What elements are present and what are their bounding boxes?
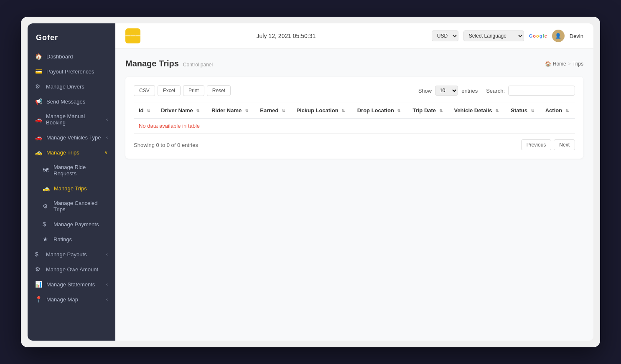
col-trip-date[interactable]: Trip Date ⇅ — [407, 103, 449, 119]
payments-icon: $ — [43, 221, 49, 228]
sidebar-item-manage-trips[interactable]: 🚕 Manage Trips ∨ — [28, 145, 115, 160]
sidebar-item-payout-preferences[interactable]: 💳 Payout Preferences — [28, 64, 115, 79]
sidebar-item-send-messages[interactable]: 📢 Send Messages — [28, 94, 115, 109]
search-input[interactable] — [508, 86, 575, 96]
no-data-cell: No data available in table — [134, 118, 575, 134]
statements-icon: 📊 — [35, 281, 42, 288]
sidebar-item-label: Payout Preferences — [46, 68, 94, 75]
search-label: Search: — [486, 88, 505, 94]
reset-button[interactable]: Reset — [207, 85, 231, 96]
sort-icon: ⇅ — [531, 109, 534, 113]
next-button[interactable]: Next — [554, 139, 575, 150]
payouts-icon: $ — [35, 251, 42, 258]
sidebar-item-label: Manage Trips — [54, 185, 87, 192]
export-buttons: CSV Excel Print Reset — [134, 85, 231, 96]
booking-icon: 🚗 — [35, 116, 42, 123]
sort-icon: ⇅ — [495, 109, 499, 113]
sidebar-item-label: Manage Canceled Trips — [53, 200, 108, 212]
sort-icon: ⇅ — [439, 109, 443, 113]
col-driver-name[interactable]: Driver Name ⇅ — [156, 103, 206, 119]
canceled-trips-icon: ⚙ — [43, 203, 49, 210]
search-wrap: Search: — [486, 86, 575, 96]
pagination: Previous Next — [521, 139, 575, 150]
col-action[interactable]: Action ⇅ — [540, 103, 575, 119]
owe-amount-icon: ⚙ — [35, 266, 42, 273]
sidebar-item-manage-vehicles-type[interactable]: 🚗 Manage Vehicles Type ‹ — [28, 130, 115, 145]
page-title-wrap: Manage Trips Control panel — [125, 59, 213, 68]
sidebar-item-manage-owe-amount[interactable]: ⚙ Manage Owe Amount — [28, 262, 115, 277]
sidebar-item-manage-payments[interactable]: $ Manage Payments — [28, 217, 115, 232]
sort-icon: ⇅ — [245, 109, 248, 113]
sidebar-item-manage-canceled-trips[interactable]: ⚙ Manage Canceled Trips — [28, 196, 115, 217]
datetime-display: July 12, 2021 05:50:31 — [257, 33, 316, 39]
col-status[interactable]: Status ⇅ — [506, 103, 540, 119]
chevron-left-icon: ‹ — [106, 282, 108, 287]
sidebar-item-manage-trips-sub[interactable]: 🚕 Manage Trips — [28, 181, 115, 196]
table-header: Id ⇅ Driver Name ⇅ Rider Name ⇅ — [134, 103, 575, 119]
trips-sub-icon: 🚕 — [43, 185, 50, 192]
sidebar-item-label: Manage Statements — [46, 281, 95, 288]
col-id[interactable]: Id ⇅ — [134, 103, 156, 119]
sidebar-item-label: Manage Vehicles Type — [46, 134, 101, 141]
topbar: July 12, 2021 05:50:31 USD Select Langua… — [115, 23, 593, 49]
table-body: No data available in table — [134, 118, 575, 134]
sidebar-item-dashboard[interactable]: 🏠 Dashboard — [28, 49, 115, 64]
sidebar-item-manage-payouts[interactable]: $ Manage Payouts ‹ — [28, 247, 115, 262]
sidebar-item-ratings[interactable]: ★ Ratings — [28, 232, 115, 247]
col-pickup-location[interactable]: Pickup Location ⇅ — [291, 103, 352, 119]
topbar-center: July 12, 2021 05:50:31 — [147, 33, 425, 39]
sidebar-item-label: Manage Payments — [53, 221, 99, 228]
menu-icon-line — [130, 35, 135, 36]
print-button[interactable]: Print — [183, 85, 204, 96]
sidebar-item-manage-ride-requests[interactable]: 🗺 Manage Ride Requests — [28, 160, 115, 181]
chevron-left-icon: ‹ — [106, 297, 108, 302]
sidebar-item-label: Manage Map — [46, 296, 78, 303]
sidebar-item-manage-map[interactable]: 📍 Manage Map ‹ — [28, 292, 115, 307]
sort-icon: ⇅ — [196, 109, 199, 113]
chevron-down-icon: ∨ — [104, 150, 108, 155]
sidebar: Gofer 🏠 Dashboard 💳 Payout Preferences ⚙… — [28, 23, 115, 341]
breadcrumb-home[interactable]: Home — [553, 61, 566, 67]
menu-icon-line — [125, 35, 130, 36]
page-title: Manage Trips — [125, 59, 179, 68]
col-vehicle-details[interactable]: Vehicle Details ⇅ — [449, 103, 506, 119]
menu-button[interactable] — [125, 28, 140, 43]
sidebar-item-manage-drivers[interactable]: ⚙ Manage Drivers — [28, 79, 115, 94]
currency-select[interactable]: USD — [432, 30, 458, 41]
col-drop-location[interactable]: Drop Location ⇅ — [352, 103, 408, 119]
sidebar-item-label: Dashboard — [46, 53, 73, 60]
sidebar-item-label: Manage Manual Booking — [46, 113, 102, 126]
excel-button[interactable]: Excel — [158, 85, 181, 96]
sidebar-item-manage-statements[interactable]: 📊 Manage Statements ‹ — [28, 277, 115, 292]
entries-label: entries — [461, 88, 478, 94]
table-controls: CSV Excel Print Reset Show 10 25 — [134, 85, 575, 96]
payout-icon: 💳 — [35, 68, 42, 75]
page-header: Manage Trips Control panel 🏠 Home > Trip… — [125, 59, 583, 68]
language-select[interactable]: Select Language — [463, 30, 524, 41]
main-content: July 12, 2021 05:50:31 USD Select Langua… — [115, 23, 593, 341]
chevron-left-icon: ‹ — [106, 252, 108, 257]
csv-button[interactable]: CSV — [134, 85, 155, 96]
entries-select[interactable]: 10 25 50 100 — [435, 86, 458, 96]
show-label: Show — [418, 88, 432, 94]
content-area: Manage Trips Control panel 🏠 Home > Trip… — [115, 49, 593, 341]
sidebar-item-label: Manage Payouts — [46, 251, 87, 258]
sidebar-item-label: Manage Ride Requests — [53, 164, 108, 177]
col-rider-name[interactable]: Rider Name ⇅ — [206, 103, 255, 119]
user-name: Devin — [570, 33, 583, 39]
ride-requests-icon: 🗺 — [43, 167, 49, 174]
sort-icon: ⇅ — [397, 109, 400, 113]
showing-text: Showing 0 to 0 of 0 entries — [134, 142, 198, 148]
col-earned[interactable]: Earned ⇅ — [255, 103, 291, 119]
sort-icon: ⇅ — [341, 109, 345, 113]
sidebar-item-manage-manual-booking[interactable]: 🚗 Manage Manual Booking ‹ — [28, 109, 115, 130]
breadcrumb: 🏠 Home > Trips — [545, 61, 583, 67]
menu-icon-line — [135, 35, 140, 36]
previous-button[interactable]: Previous — [521, 139, 552, 150]
home-icon: 🏠 — [545, 61, 551, 67]
data-table: Id ⇅ Driver Name ⇅ Rider Name ⇅ — [134, 103, 575, 134]
google-logo: Google — [529, 33, 547, 38]
sidebar-item-label: Manage Owe Amount — [46, 266, 98, 273]
sidebar-item-label: Ratings — [53, 236, 72, 243]
sidebar-item-label: Manage Drivers — [46, 83, 84, 90]
